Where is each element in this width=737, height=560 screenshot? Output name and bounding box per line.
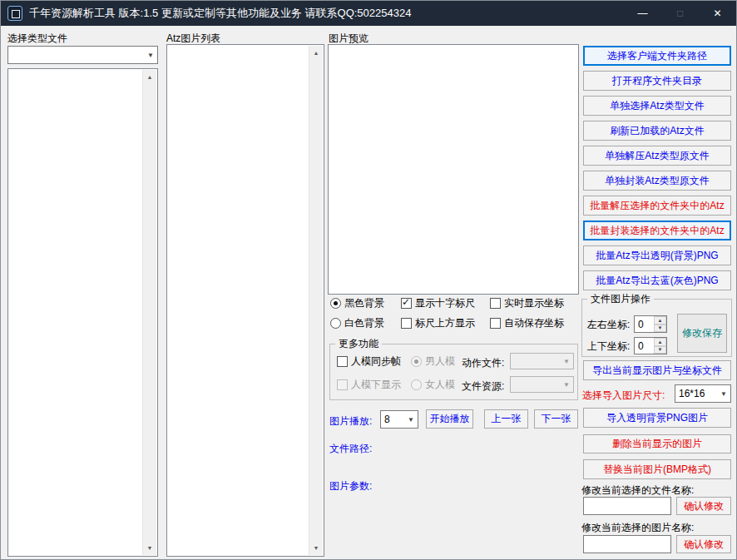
scroll-down-icon[interactable]: ▼ [309, 541, 323, 555]
chevron-down-icon[interactable]: ▼ [560, 358, 573, 365]
lr-coord-spinner[interactable]: 0 ▲ ▼ [634, 315, 667, 333]
spin-up-icon[interactable]: ▲ [654, 338, 666, 346]
file-resource-combobox[interactable]: ▼ [510, 376, 574, 393]
refresh-loaded-atz-button[interactable]: 刷新已加载的Atz文件 [583, 121, 731, 141]
spin-up-icon[interactable]: ▲ [654, 316, 666, 325]
scroll-up-icon[interactable]: ▲ [143, 70, 156, 84]
atz-image-listbox[interactable]: ▲ ▼ [166, 44, 324, 557]
import-size-value: 16*16 [679, 388, 717, 399]
action-button-column: 选择客户端文件夹路径 打开程序文件夹目录 单独选择Atz类型文件 刷新已加载的A… [583, 46, 731, 290]
checkbox-icon [401, 318, 412, 329]
model-below-checkbox[interactable]: 人模下显示 [337, 379, 401, 391]
file-resource-label: 文件资源: [462, 379, 504, 394]
checkbox-icon [337, 356, 348, 367]
white-bg-radio[interactable]: 白色背景 [330, 317, 384, 330]
ud-coord-label: 上下坐标: [587, 339, 630, 354]
checkbox-icon [401, 298, 412, 309]
playback-label: 图片播放: [329, 414, 372, 429]
rename-image-input[interactable] [583, 535, 671, 553]
chevron-down-icon[interactable]: ▼ [144, 52, 157, 59]
radio-icon [411, 379, 422, 390]
select-atz-file-button[interactable]: 单独选择Atz类型文件 [583, 96, 731, 116]
checkbox-icon [490, 318, 501, 329]
choose-client-folder-button[interactable]: 选择客户端文件夹路径 [583, 46, 731, 66]
more-features-group: 更多功能 人模同步帧 男人模 动作文件: ▼ 人模下显示 女人模 文件资源: ▼ [329, 344, 578, 400]
black-bg-radio[interactable]: 黑色背景 [330, 297, 384, 310]
window-controls: — □ ✕ [624, 1, 736, 26]
rename-image-label: 修改当前选择的图片名称: [581, 521, 694, 535]
more-features-title: 更多功能 [335, 337, 382, 351]
previous-image-button[interactable]: 上一张 [484, 409, 528, 429]
lr-coord-value: 0 [638, 319, 644, 330]
male-model-radio[interactable]: 男人模 [411, 355, 455, 368]
scroll-up-icon[interactable]: ▲ [309, 46, 323, 60]
model-sync-checkbox[interactable]: 人模同步帧 [337, 355, 401, 368]
file-type-combobox[interactable]: ▼ [7, 46, 158, 64]
chevron-down-icon[interactable]: ▼ [717, 390, 730, 398]
minimize-button[interactable]: — [624, 1, 661, 26]
batch-extract-folder-button[interactable]: 批量解压选择的文件夹中的Atz [583, 196, 731, 216]
file-image-ops-title: 文件图片操作 [587, 292, 654, 306]
open-program-folder-button[interactable]: 打开程序文件夹目录 [583, 71, 731, 91]
confirm-rename-file-button[interactable]: 确认修改 [676, 497, 731, 515]
image-preview-area[interactable] [328, 44, 579, 295]
next-image-button[interactable]: 下一张 [534, 409, 578, 429]
atz-list-scrollbar[interactable]: ▲ ▼ [309, 46, 323, 555]
checkbox-icon [490, 298, 501, 309]
female-model-radio[interactable]: 女人模 [411, 379, 455, 391]
spinner-arrows: ▲ ▼ [654, 316, 666, 332]
batch-pack-folder-button[interactable]: 批量封装选择的文件夹中的Atz [583, 221, 731, 240]
file-type-listbox[interactable]: ▲ ▼ [7, 68, 158, 557]
export-image-and-coords-button[interactable]: 导出当前显示图片与坐标文件 [583, 360, 731, 380]
app-window: 千年资源解析工具 版本:1.5 更新或定制等其他功能及业务 请联系QQ:5022… [0, 0, 737, 560]
lr-coord-label: 左右坐标: [587, 318, 630, 332]
autosave-coords-label: 自动保存坐标 [504, 316, 564, 330]
rename-file-input[interactable] [583, 497, 671, 515]
batch-export-deblue-png-button[interactable]: 批量Atz导出去蓝(灰色)PNG [583, 270, 731, 290]
chevron-down-icon[interactable]: ▼ [404, 416, 418, 424]
import-size-combobox[interactable]: 16*16 ▼ [675, 384, 731, 403]
titlebar: 千年资源解析工具 版本:1.5 更新或定制等其他功能及业务 请联系QQ:5022… [1, 1, 736, 26]
ud-coord-spinner[interactable]: 0 ▲ ▼ [634, 337, 667, 354]
action-file-label: 动作文件: [462, 356, 504, 370]
female-model-label: 女人模 [425, 378, 455, 392]
batch-export-transparent-png-button[interactable]: 批量Atz导出透明(背景)PNG [583, 245, 731, 265]
window-title: 千年资源解析工具 版本:1.5 更新或定制等其他功能及业务 请联系QQ:5022… [29, 6, 411, 21]
rename-file-label: 修改当前选择的文件名称: [581, 483, 694, 498]
replace-current-image-button[interactable]: 替换当前图片(BMP格式) [583, 459, 731, 479]
close-button[interactable]: ✕ [699, 1, 736, 26]
playback-speed-combobox[interactable]: 8 ▼ [380, 410, 418, 429]
radio-icon [330, 318, 341, 329]
scroll-down-icon[interactable]: ▼ [143, 541, 156, 555]
black-bg-label: 黑色背景 [344, 296, 384, 310]
show-crosshair-checkbox[interactable]: 显示十字标尺 [401, 297, 475, 310]
maximize-button[interactable]: □ [661, 1, 699, 26]
ruler-above-checkbox[interactable]: 标尺上方显示 [401, 317, 475, 330]
save-coord-changes-button[interactable]: 修改保存 [677, 314, 727, 353]
app-icon [7, 6, 22, 21]
file-image-ops-group: 文件图片操作 左右坐标: 0 ▲ ▼ 上下坐标: 0 ▲ ▼ 修改保存 [581, 299, 732, 357]
male-model-label: 男人模 [425, 354, 455, 369]
chevron-down-icon[interactable]: ▼ [560, 381, 573, 389]
checkbox-icon [337, 379, 348, 390]
import-transparent-png-button[interactable]: 导入透明背景PNG图片 [583, 408, 731, 428]
pack-atz-file-button[interactable]: 单独封装Atz类型原文件 [583, 171, 731, 191]
start-playback-button[interactable]: 开始播放 [426, 409, 473, 429]
confirm-rename-image-button[interactable]: 确认修改 [676, 535, 731, 553]
realtime-coords-checkbox[interactable]: 实时显示坐标 [490, 297, 564, 310]
show-crosshair-label: 显示十字标尺 [415, 296, 475, 310]
white-bg-label: 白色背景 [344, 316, 384, 330]
file-type-label: 选择类型文件 [7, 32, 67, 46]
image-params-label: 图片参数: [329, 479, 372, 493]
action-file-combobox[interactable]: ▼ [510, 353, 574, 369]
extract-atz-file-button[interactable]: 单独解压Atz类型原文件 [583, 146, 731, 166]
spin-down-icon[interactable]: ▼ [654, 346, 666, 354]
autosave-coords-checkbox[interactable]: 自动保存坐标 [490, 317, 564, 330]
delete-current-image-button[interactable]: 删除当前显示的图片 [583, 434, 731, 453]
spin-down-icon[interactable]: ▼ [654, 325, 666, 333]
ud-coord-value: 0 [638, 340, 644, 352]
model-below-label: 人模下显示 [351, 378, 401, 392]
file-type-scrollbar[interactable]: ▲ ▼ [142, 70, 156, 555]
ruler-above-label: 标尺上方显示 [415, 316, 475, 330]
import-size-label: 选择导入图片尺寸: [582, 389, 665, 403]
